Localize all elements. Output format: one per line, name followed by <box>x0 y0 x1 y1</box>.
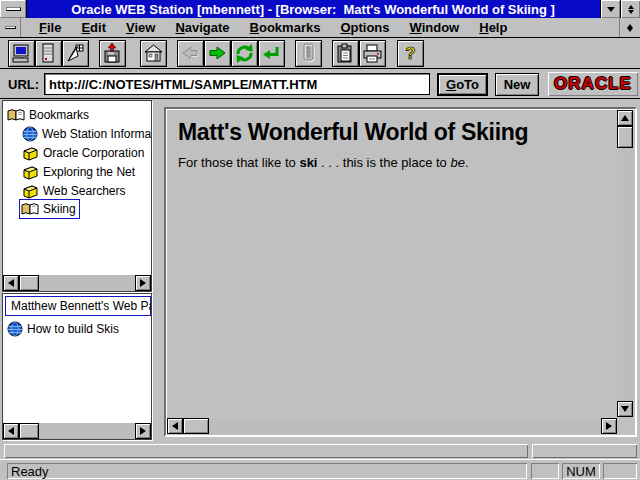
computer-button[interactable] <box>8 40 35 67</box>
url-input[interactable] <box>44 73 430 95</box>
bookmark-root-label: Bookmarks <box>29 108 89 122</box>
status-message: Ready <box>7 463 527 479</box>
body-text: For those that like to <box>178 155 299 170</box>
menu-view[interactable]: View <box>116 18 165 37</box>
scroll-right-button[interactable] <box>135 275 151 291</box>
globe-icon <box>7 321 23 337</box>
toolbar: ? <box>0 38 640 69</box>
panel-splitter[interactable] <box>153 99 163 443</box>
menu-bar: File Edit View Navigate Bookmarks Option… <box>0 18 640 38</box>
body-text: . <box>465 155 469 170</box>
bookmark-item-web-station-information[interactable]: Web Station Information <box>22 125 152 143</box>
left-arrow-icon <box>8 427 14 435</box>
left-arrow-icon <box>8 279 14 287</box>
navigator-button[interactable] <box>62 40 89 67</box>
return-arrow-icon <box>261 43 282 64</box>
bookmark-item-label: Skiing <box>43 202 76 216</box>
body-text-bold: ski <box>299 155 317 170</box>
return-button[interactable] <box>258 40 285 67</box>
print-button[interactable] <box>359 40 386 67</box>
new-button[interactable]: New <box>495 73 539 96</box>
progress-strip-row <box>0 443 640 459</box>
scroll-thumb[interactable] <box>19 423 39 439</box>
forward-button[interactable] <box>204 40 231 67</box>
scroll-left-button[interactable] <box>3 275 19 291</box>
menu-file[interactable]: File <box>29 18 71 37</box>
scroll-left-button[interactable] <box>3 423 19 439</box>
bookmark-item-label: Web Station Information <box>42 127 152 141</box>
body-text-italic: be <box>450 155 464 170</box>
bookmark-root[interactable]: Bookmarks <box>7 106 89 124</box>
svg-text:?: ? <box>405 44 415 63</box>
home-icon <box>143 43 164 64</box>
navigator-icon <box>65 43 86 64</box>
bookmark-item-web-searchers[interactable]: Web Searchers <box>22 182 125 200</box>
body-text: . . . this is the place to <box>317 155 450 170</box>
scroll-track[interactable] <box>39 423 135 439</box>
scroll-thumb[interactable] <box>617 126 633 148</box>
reload-button[interactable] <box>231 40 258 67</box>
browser-hscrollbar[interactable] <box>167 418 617 434</box>
back-button[interactable] <box>177 40 204 67</box>
menu-help[interactable]: Help <box>469 18 517 37</box>
bookmark-item-exploring-the-net[interactable]: Exploring the Net <box>22 163 135 181</box>
back-arrow-icon <box>180 43 201 64</box>
clipboard-button[interactable] <box>332 40 359 67</box>
traffic-light-icon <box>298 43 319 64</box>
pages-hscrollbar[interactable] <box>3 423 151 439</box>
scroll-track[interactable] <box>39 275 135 291</box>
printer-icon <box>362 43 383 64</box>
status-bar: Ready NUM <box>0 459 640 480</box>
scroll-right-button[interactable] <box>601 418 617 434</box>
scroll-right-button[interactable] <box>135 423 151 439</box>
child-restore-button[interactable] <box>619 18 640 37</box>
menu-options[interactable]: Options <box>330 18 399 37</box>
document-area: Matt's Wonderful World of Skiing For tho… <box>168 111 616 416</box>
book-open-icon <box>7 108 25 122</box>
bookmark-item-label: Web Searchers <box>43 184 125 198</box>
stop-button[interactable] <box>295 40 322 67</box>
scroll-thumb[interactable] <box>19 275 39 291</box>
title-bar: Oracle WEB Station [mbennett] - [Browser… <box>0 0 640 18</box>
question-mark-icon: ? <box>400 43 421 64</box>
restore-up-icon <box>628 5 634 9</box>
bookmark-item-label: Oracle Corporation <box>43 146 144 160</box>
page-item-how-to-build-skis[interactable]: How to build Skis <box>7 320 119 338</box>
selection-outline: Matthew Bennett's Web Pa <box>5 296 151 316</box>
menu-bookmarks[interactable]: Bookmarks <box>240 18 331 37</box>
server-button[interactable] <box>35 40 62 67</box>
home-button[interactable] <box>140 40 167 67</box>
app-system-menu-button[interactable] <box>0 0 27 18</box>
bookmark-item-skiing[interactable]: Skiing <box>19 200 80 218</box>
book-closed-icon <box>22 146 39 161</box>
browser-vscrollbar[interactable] <box>617 110 634 417</box>
child-system-menu-button[interactable] <box>0 18 21 37</box>
restore-button[interactable] <box>620 0 640 18</box>
help-button[interactable]: ? <box>397 40 424 67</box>
bookmarks-panel: Bookmarks Web Station Information Oracle… <box>2 100 152 292</box>
page-item-matthew-bennetts-web-page[interactable]: Matthew Bennett's Web Pa <box>5 297 151 315</box>
child-restore-down-icon <box>627 28 633 32</box>
down-arrow-icon <box>621 406 629 412</box>
scroll-thumb[interactable] <box>183 418 209 434</box>
status-num-lock: NUM <box>562 463 600 479</box>
page-heading: Matt's Wonderful World of Skiing <box>178 119 606 146</box>
scroll-up-button[interactable] <box>617 110 633 126</box>
scroll-down-button[interactable] <box>617 401 633 417</box>
book-open-icon <box>21 202 39 216</box>
menu-navigate[interactable]: Navigate <box>165 18 239 37</box>
bookmarks-hscrollbar[interactable] <box>3 275 151 291</box>
scroll-track[interactable] <box>209 418 601 434</box>
menu-window[interactable]: Window <box>400 18 470 37</box>
selection-outline: Skiing <box>19 199 80 219</box>
bookmark-item-label: Exploring the Net <box>43 165 135 179</box>
goto-button[interactable]: GoTo <box>437 73 488 96</box>
publish-button[interactable] <box>99 40 126 67</box>
scroll-left-button[interactable] <box>167 418 183 434</box>
minimize-button[interactable] <box>600 0 620 18</box>
left-arrow-icon <box>172 422 178 430</box>
url-row: URL: GoTo New ORACLE <box>0 69 640 99</box>
bookmark-item-oracle-corporation[interactable]: Oracle Corporation <box>22 144 144 162</box>
menu-edit[interactable]: Edit <box>71 18 116 37</box>
minimize-icon <box>607 7 615 12</box>
